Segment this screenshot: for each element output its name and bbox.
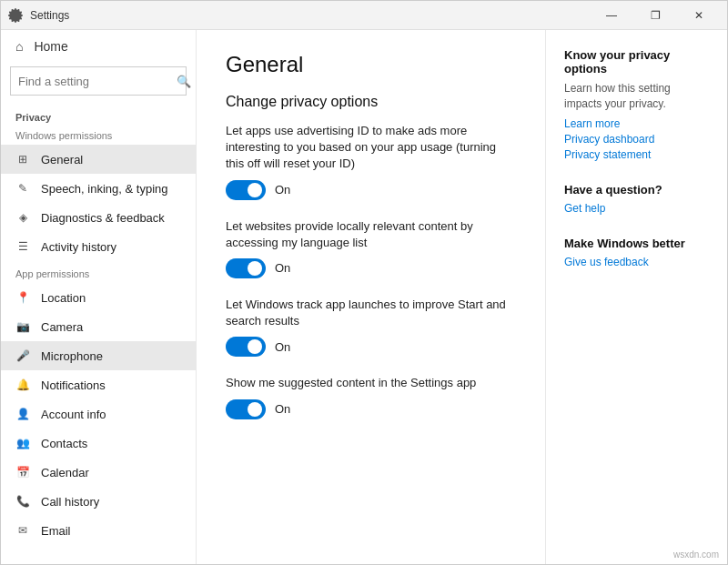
sidebar-item-location[interactable]: 📍 Location	[1, 283, 196, 312]
sidebar-windows-permissions-label: Windows permissions	[1, 126, 196, 145]
calendar-icon: 📅	[15, 465, 30, 479]
speech-icon: ✎	[15, 181, 30, 196]
sidebar-item-account[interactable]: 👤 Account info	[1, 399, 196, 429]
sidebar-item-camera-label: Camera	[41, 320, 83, 334]
sidebar-item-location-label: Location	[41, 291, 86, 305]
tracking-toggle[interactable]	[226, 337, 266, 357]
close-button[interactable]: ✕	[678, 1, 720, 30]
feedback-section: Make Windows better Give us feedback	[564, 237, 709, 268]
setting-language-toggle-row: On	[226, 258, 516, 278]
page-title: General	[226, 52, 516, 77]
sidebar-item-activity-label: Activity history	[41, 240, 116, 254]
right-panel: Know your privacy options Learn how this…	[545, 30, 727, 564]
sidebar-item-calendar[interactable]: 📅 Calendar	[1, 458, 196, 487]
sidebar-item-notifications-label: Notifications	[41, 378, 106, 392]
setting-language-desc: Let websites provide locally relevant co…	[226, 218, 516, 251]
titlebar-title: Settings	[30, 9, 69, 22]
sidebar-item-diagnostics[interactable]: ◈ Diagnostics & feedback	[1, 203, 196, 232]
sidebar-item-email[interactable]: ✉ Email	[1, 516, 196, 545]
settings-icon	[8, 8, 23, 23]
ads-toggle-label: On	[275, 183, 290, 197]
setting-ads-toggle-row: On	[226, 180, 516, 200]
question-title: Have a question?	[564, 183, 709, 197]
sidebar-item-speech-label: Speech, inking, & typing	[41, 182, 167, 196]
diagnostics-icon: ◈	[15, 210, 30, 225]
section-title: Change privacy options	[226, 94, 516, 110]
sidebar-item-speech[interactable]: ✎ Speech, inking, & typing	[1, 174, 196, 203]
suggested-toggle[interactable]	[226, 399, 266, 419]
know-privacy-text: Learn how this setting impacts your priv…	[564, 81, 709, 112]
sidebar-item-account-label: Account info	[41, 408, 106, 421]
tracking-toggle-label: On	[275, 340, 290, 354]
account-icon: 👤	[15, 407, 30, 421]
setting-tracking-desc: Let Windows track app launches to improv…	[226, 297, 516, 329]
language-toggle-label: On	[275, 261, 290, 275]
titlebar: Settings — ❐ ✕	[1, 1, 727, 30]
setting-suggested: Show me suggested content in the Setting…	[226, 375, 516, 419]
privacy-dashboard-link[interactable]: Privacy dashboard	[564, 133, 709, 146]
sidebar-item-general-label: General	[41, 153, 83, 166]
learn-more-link[interactable]: Learn more	[564, 117, 709, 130]
setting-suggested-toggle-row: On	[226, 399, 516, 419]
get-help-link[interactable]: Get help	[564, 202, 709, 215]
setting-suggested-desc: Show me suggested content in the Setting…	[226, 375, 516, 391]
know-privacy-section: Know your privacy options Learn how this…	[564, 48, 709, 161]
sidebar-item-calendar-label: Calendar	[41, 466, 89, 479]
know-privacy-title: Know your privacy options	[564, 48, 709, 76]
sidebar-item-home[interactable]: ⌂ Home	[1, 30, 196, 63]
sidebar-item-contacts[interactable]: 👥 Contacts	[1, 429, 196, 458]
sidebar-item-email-label: Email	[41, 524, 71, 538]
activity-icon: ☰	[15, 239, 30, 254]
sidebar-item-microphone[interactable]: 🎤 Microphone	[1, 341, 196, 370]
home-icon: ⌂	[15, 39, 23, 54]
question-section: Have a question? Get help	[564, 183, 709, 215]
general-icon: ⊞	[15, 152, 30, 166]
titlebar-controls: — ❐ ✕	[591, 1, 720, 30]
camera-icon: 📷	[15, 319, 30, 334]
sidebar-app-permissions-label: App permissions	[1, 261, 196, 283]
location-icon: 📍	[15, 290, 30, 305]
sidebar-item-contacts-label: Contacts	[41, 437, 87, 450]
search-icon: 🔍	[177, 75, 191, 88]
suggested-toggle-label: On	[275, 402, 290, 416]
sidebar-item-call-history-label: Call history	[41, 495, 99, 509]
main-content: General Change privacy options Let apps …	[197, 30, 545, 564]
setting-language: Let websites provide locally relevant co…	[226, 218, 516, 278]
call-history-icon: 📞	[15, 494, 30, 509]
setting-ads: Let apps use advertising ID to make ads …	[226, 123, 516, 200]
sidebar-item-diagnostics-label: Diagnostics & feedback	[41, 211, 165, 225]
sidebar-home-label: Home	[34, 39, 67, 54]
maximize-button[interactable]: ❐	[634, 1, 676, 30]
setting-tracking-toggle-row: On	[226, 337, 516, 357]
minimize-button[interactable]: —	[591, 1, 632, 30]
sidebar-item-microphone-label: Microphone	[41, 349, 103, 363]
setting-ads-desc: Let apps use advertising ID to make ads …	[226, 123, 516, 173]
sidebar-privacy-section: Privacy	[1, 103, 196, 126]
notifications-icon: 🔔	[15, 378, 30, 392]
email-icon: ✉	[15, 523, 30, 538]
give-feedback-link[interactable]: Give us feedback	[564, 256, 709, 268]
watermark: wsxdn.com	[673, 550, 719, 560]
feedback-title: Make Windows better	[564, 237, 709, 250]
sidebar-item-call-history[interactable]: 📞 Call history	[1, 487, 196, 516]
titlebar-left: Settings	[8, 8, 69, 23]
ads-toggle[interactable]	[226, 180, 266, 200]
language-toggle[interactable]	[226, 258, 266, 278]
privacy-statement-link[interactable]: Privacy statement	[564, 148, 709, 161]
setting-tracking: Let Windows track app launches to improv…	[226, 297, 516, 357]
contacts-icon: 👥	[15, 436, 30, 450]
sidebar-item-camera[interactable]: 📷 Camera	[1, 312, 196, 341]
sidebar-item-activity[interactable]: ☰ Activity history	[1, 232, 196, 261]
sidebar-search-box[interactable]: 🔍	[10, 66, 187, 96]
sidebar-item-general[interactable]: ⊞ General	[1, 145, 196, 174]
sidebar: ⌂ Home 🔍 Privacy Windows permissions ⊞ G…	[1, 30, 197, 564]
sidebar-item-notifications[interactable]: 🔔 Notifications	[1, 370, 196, 399]
microphone-icon: 🎤	[15, 348, 30, 363]
search-input[interactable]	[18, 75, 171, 88]
